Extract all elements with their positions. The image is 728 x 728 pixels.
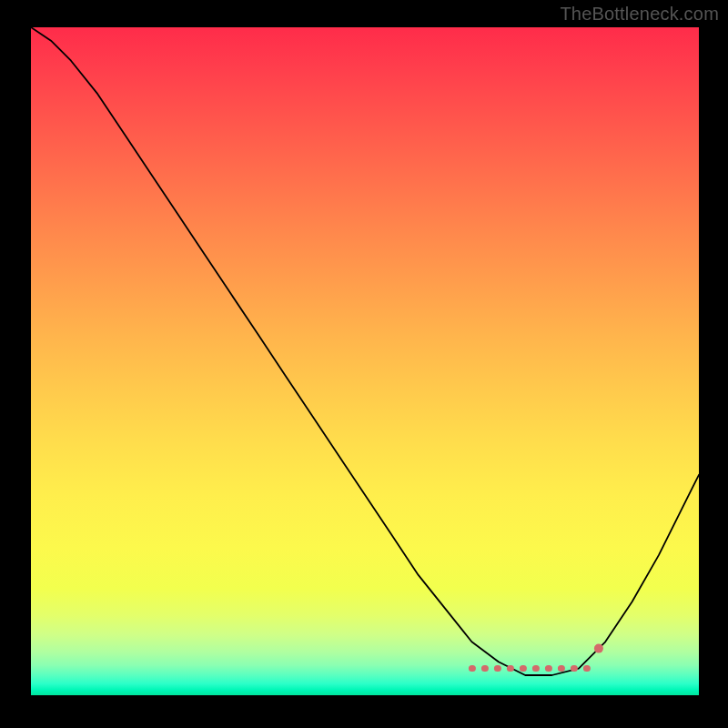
curve-svg bbox=[31, 27, 699, 695]
plot-area bbox=[31, 27, 699, 695]
valley-end-dot bbox=[594, 644, 603, 653]
bottleneck-curve-line bbox=[31, 27, 699, 675]
watermark-text: TheBottleneck.com bbox=[560, 4, 719, 25]
